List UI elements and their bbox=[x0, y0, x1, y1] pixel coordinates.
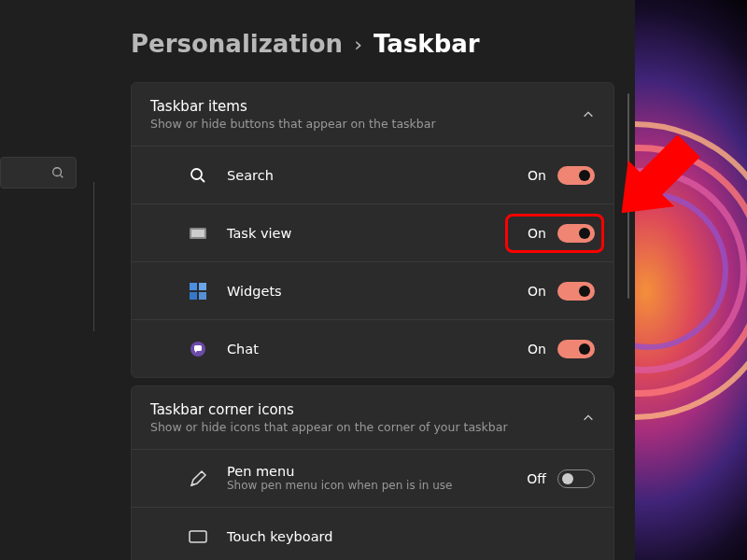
svg-rect-9 bbox=[199, 292, 206, 300]
section-corner-icons: Taskbar corner icons Show or hide icons … bbox=[131, 385, 614, 560]
toggle-state-label: Off bbox=[527, 471, 546, 486]
keyboard-icon bbox=[188, 527, 208, 546]
svg-point-2 bbox=[191, 169, 202, 179]
section-title: Taskbar items bbox=[150, 98, 582, 115]
row-chat: Chat On bbox=[132, 319, 613, 377]
svg-rect-6 bbox=[190, 283, 197, 290]
breadcrumb-parent[interactable]: Personalization bbox=[131, 30, 343, 58]
svg-rect-7 bbox=[199, 283, 206, 290]
toggle-chat[interactable] bbox=[557, 340, 595, 358]
breadcrumb: Personalization › Taskbar bbox=[131, 30, 614, 58]
row-label: Pen menu bbox=[227, 464, 527, 479]
svg-line-3 bbox=[201, 178, 204, 182]
breadcrumb-current: Taskbar bbox=[374, 30, 480, 58]
section-header-taskbar-items[interactable]: Taskbar items Show or hide buttons that … bbox=[132, 83, 613, 146]
section-taskbar-items: Taskbar items Show or hide buttons that … bbox=[131, 82, 614, 378]
toggle-state-label: On bbox=[528, 226, 546, 241]
svg-point-0 bbox=[53, 168, 62, 176]
chevron-right-icon: › bbox=[354, 33, 362, 56]
task-view-icon bbox=[188, 224, 208, 243]
toggle-pen-menu[interactable] bbox=[557, 469, 595, 488]
row-search: Search On bbox=[132, 146, 613, 203]
toggle-state-label: On bbox=[528, 284, 546, 299]
svg-rect-5 bbox=[191, 230, 204, 237]
row-label: Task view bbox=[227, 226, 528, 241]
sidebar-search-input[interactable] bbox=[0, 157, 77, 189]
toggle-task-view[interactable] bbox=[557, 224, 595, 243]
settings-main-panel: Personalization › Taskbar Taskbar items … bbox=[103, 0, 635, 560]
row-label: Search bbox=[227, 168, 528, 183]
row-task-view: Task view On bbox=[132, 203, 613, 261]
toggle-search[interactable] bbox=[557, 166, 595, 185]
section-title: Taskbar corner icons bbox=[150, 401, 582, 418]
chevron-up-icon bbox=[582, 108, 595, 121]
sidebar-divider bbox=[93, 182, 94, 331]
toggle-state-label: On bbox=[528, 342, 546, 357]
pen-icon bbox=[188, 469, 208, 488]
scrollbar[interactable] bbox=[627, 93, 629, 299]
row-pen-menu: Pen menu Show pen menu icon when pen is … bbox=[132, 449, 613, 507]
row-label: Touch keyboard bbox=[227, 529, 595, 544]
svg-rect-8 bbox=[190, 292, 197, 300]
row-widgets: Widgets On bbox=[132, 261, 613, 319]
row-touch-keyboard: Touch keyboard bbox=[132, 507, 613, 560]
search-icon bbox=[188, 166, 208, 185]
settings-sidebar: .com bbox=[0, 0, 103, 560]
toggle-widgets[interactable] bbox=[557, 282, 595, 301]
row-label: Chat bbox=[227, 342, 528, 357]
svg-line-1 bbox=[61, 175, 63, 178]
section-header-corner-icons[interactable]: Taskbar corner icons Show or hide icons … bbox=[132, 386, 613, 449]
row-sublabel: Show pen menu icon when pen is in use bbox=[227, 479, 527, 494]
toggle-state-label: On bbox=[528, 168, 546, 183]
section-desc: Show or hide icons that appear on the co… bbox=[150, 420, 582, 434]
svg-rect-11 bbox=[190, 531, 206, 542]
section-desc: Show or hide buttons that appear on the … bbox=[150, 117, 582, 131]
widgets-icon bbox=[188, 282, 208, 301]
row-label: Widgets bbox=[227, 284, 528, 299]
chevron-up-icon bbox=[582, 412, 595, 425]
search-icon bbox=[51, 166, 64, 179]
desktop-wallpaper bbox=[635, 0, 747, 560]
chat-icon bbox=[188, 340, 208, 358]
